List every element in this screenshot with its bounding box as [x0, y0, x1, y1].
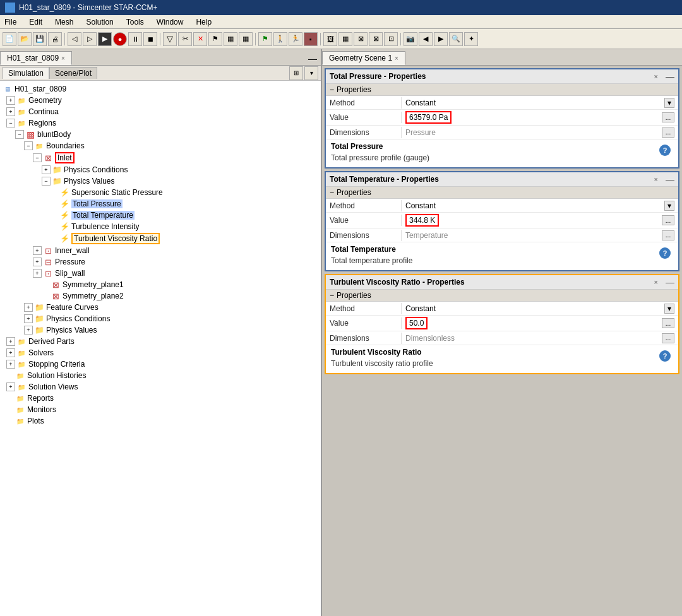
section-collapse-icon-tvr[interactable]: − [330, 291, 334, 300]
expand-continua[interactable]: + [6, 107, 15, 116]
toolbar-search[interactable]: 🔍 [449, 32, 463, 46]
toolbar-flag2[interactable]: ⚑ [258, 32, 272, 46]
tree-item-slip-wall[interactable]: + ⊡ Slip_wall [0, 268, 321, 279]
tree-item-regions[interactable]: − 📁 Regions [0, 117, 321, 129]
section-collapse-icon[interactable]: − [330, 85, 334, 94]
method-dropdown-tvr[interactable]: ▾ [664, 304, 674, 314]
turbulent-visc-minimize[interactable]: — [666, 277, 674, 287]
tree-item-turbulent-visc[interactable]: ⚡ Turbulent Viscosity Ratio [0, 232, 321, 245]
menu-edit[interactable]: Edit [27, 17, 44, 27]
tree-item-total-pressure[interactable]: ⚡ Total Pressure [0, 198, 321, 210]
sub-tab-icon-btn[interactable]: ⊞ [289, 66, 303, 80]
toolbar-x[interactable]: ✕ [193, 32, 207, 46]
toolbar-image[interactable]: 🖼 [323, 32, 337, 46]
toolbar-star[interactable]: ✦ [464, 32, 478, 46]
dim-dots-tp[interactable]: ... [662, 127, 674, 138]
total-temperature-close[interactable]: × [654, 175, 658, 183]
section-collapse-icon-tt[interactable]: − [330, 188, 334, 197]
tree-item-solution-histories[interactable]: 📁 Solution Histories [0, 370, 321, 381]
tree-item-sym2[interactable]: ⊠ Symmetry_plane2 [0, 290, 321, 302]
total-temperature-minimize[interactable]: — [666, 174, 674, 184]
expand-physics-cond[interactable]: + [42, 165, 51, 174]
turbulent-visc-close[interactable]: × [654, 278, 658, 286]
menu-mesh[interactable]: Mesh [53, 17, 75, 27]
tree-item-boundaries[interactable]: − 📁 Boundaries [0, 140, 321, 151]
toolbar-save[interactable]: 💾 [33, 32, 47, 46]
tree-item-feature-curves[interactable]: + 📁 Feature Curves [0, 302, 321, 313]
expand-pressure-boundary[interactable]: + [33, 258, 42, 266]
value-box-tp[interactable]: 63579.0 Pa [405, 111, 452, 124]
expand-geometry[interactable]: + [6, 96, 15, 105]
tree-item-continua[interactable]: + 📁 Continua [0, 106, 321, 117]
expand-inner-wall[interactable]: + [33, 246, 42, 255]
toolbar-grid1[interactable]: ▦ [224, 32, 237, 46]
toolbar-grid3[interactable]: ▦ [338, 32, 352, 46]
expand-feature-curves[interactable]: + [24, 303, 33, 312]
toolbar-cut[interactable]: ✂ [178, 32, 192, 46]
expand-inlet[interactable]: − [33, 153, 42, 162]
tree-item-supersonic[interactable]: ⚡ Supersonic Static Pressure [0, 187, 321, 198]
toolbar-record[interactable]: ● [113, 32, 127, 46]
expand-stopping-criteria[interactable]: + [6, 360, 15, 369]
expand-boundaries[interactable]: − [24, 141, 33, 150]
tree-item-plots[interactable]: 📁 Plots [0, 415, 321, 427]
toolbar-box1[interactable]: ⊠ [354, 32, 368, 46]
toolbar-stop[interactable]: ⏹ [143, 32, 157, 46]
value-box-tt[interactable]: 344.8 K [405, 214, 439, 227]
toolbar-grid2[interactable]: ▦ [239, 32, 253, 46]
expand-physics-vals[interactable]: − [42, 177, 51, 186]
tree-item-physics-vals[interactable]: − 📁 Physics Values [0, 175, 321, 187]
left-tab-close[interactable]: × [61, 55, 65, 62]
expand-solvers[interactable]: + [6, 348, 15, 357]
tree-item-solution-views[interactable]: + 📁 Solution Views [0, 381, 321, 393]
left-tab-minimize[interactable]: — [304, 52, 321, 65]
toolbar-camera[interactable]: 📷 [404, 32, 417, 46]
total-pressure-minimize[interactable]: — [666, 71, 674, 81]
method-dropdown-tt[interactable]: ▾ [664, 201, 674, 211]
dim-dots-tt[interactable]: ... [662, 230, 674, 240]
tree-item-stopping-criteria[interactable]: + 📁 Stopping Criteria [0, 358, 321, 370]
right-tab-geometry-scene[interactable]: Geometry Scene 1 × [322, 51, 405, 65]
sub-tab-scene-plot[interactable]: Scene/Plot [49, 67, 97, 79]
toolbar-box2[interactable]: ⊠ [369, 32, 383, 46]
left-tab[interactable]: H01_star_0809 × [0, 51, 72, 65]
toolbar-filter[interactable]: ▽ [163, 32, 177, 46]
right-tab-close[interactable]: × [395, 55, 398, 62]
toolbar-play[interactable]: ▶ [98, 32, 112, 46]
turbulent-visc-help[interactable]: ? [659, 350, 671, 362]
menu-solution[interactable]: Solution [84, 17, 115, 27]
expand-regions[interactable]: − [6, 119, 15, 127]
expand-region-phys-vals[interactable]: + [24, 326, 33, 335]
dim-dots-tvr[interactable]: ... [662, 333, 674, 343]
tree-item-derived-parts[interactable]: + 📁 Derived Parts [0, 336, 321, 347]
tree-item-region-phys-vals[interactable]: + 📁 Physics Values [0, 324, 321, 336]
tree-item-inner-wall[interactable]: + ⊡ Inner_wall [0, 245, 321, 256]
tree-item-pressure-boundary[interactable]: + ⊟ Pressure [0, 256, 321, 268]
menu-file[interactable]: File [3, 17, 18, 27]
toolbar-fwd[interactable]: ▷ [83, 32, 97, 46]
tree-item-total-temp[interactable]: ⚡ Total Temperature [0, 210, 321, 221]
toolbar-walk[interactable]: 🚶 [273, 32, 287, 46]
value-dots-tp[interactable]: ... [662, 112, 674, 122]
toolbar-back[interactable]: ◁ [68, 32, 81, 46]
toolbar-run[interactable]: 🏃 [289, 32, 302, 46]
sub-tab-simulation[interactable]: Simulation [3, 67, 49, 79]
toolbar-arrowright[interactable]: ▶ [434, 32, 448, 46]
tree-root[interactable]: 🖥 H01_star_0809 [0, 83, 321, 95]
tree-item-sym1[interactable]: ⊠ Symmetry_plane1 [0, 279, 321, 290]
toolbar-flag[interactable]: ⚑ [208, 32, 222, 46]
tree-item-physics-cond[interactable]: + 📁 Physics Conditions [0, 164, 321, 175]
toolbar-square[interactable]: ▪ [304, 32, 318, 46]
menu-window[interactable]: Window [155, 17, 186, 27]
expand-bluntbody[interactable]: − [15, 130, 24, 139]
total-temperature-help[interactable]: ? [659, 247, 671, 259]
menu-tools[interactable]: Tools [124, 17, 146, 27]
tree-item-solvers[interactable]: + 📁 Solvers [0, 347, 321, 358]
tree-item-region-phys-cond[interactable]: + 📁 Physics Conditions [0, 313, 321, 324]
toolbar-open[interactable]: 📂 [18, 32, 32, 46]
menu-help[interactable]: Help [194, 17, 213, 27]
expand-region-phys-cond[interactable]: + [24, 314, 33, 323]
toolbar-arrowleft[interactable]: ◀ [419, 32, 433, 46]
toolbar-new[interactable]: 📄 [3, 32, 16, 46]
total-pressure-close[interactable]: × [654, 73, 658, 80]
